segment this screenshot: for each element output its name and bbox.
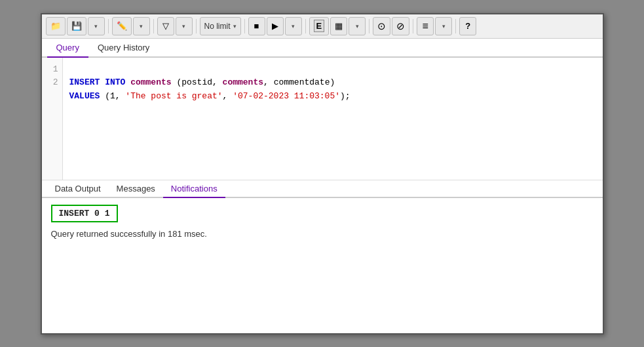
open-file-button[interactable]: 📁	[46, 17, 66, 35]
tab-query[interactable]: Query	[47, 39, 88, 58]
separator-4	[244, 19, 245, 33]
play-icon: ▶	[272, 21, 278, 31]
folder-icon: 📁	[50, 21, 61, 31]
pencil-icon: ✏️	[117, 21, 127, 31]
separator-6	[369, 19, 369, 33]
stop-icon: ■	[254, 21, 259, 31]
filter-icon: ▽	[162, 21, 169, 31]
list-icon: ≡	[423, 20, 428, 32]
stop-button[interactable]: ■	[248, 17, 265, 35]
tab-messages[interactable]: Messages	[109, 180, 163, 198]
code-editor[interactable]: INSERT INTO comments (postid, comments, …	[63, 58, 603, 180]
chevron-down-icon-6: ▾	[356, 23, 359, 30]
chevron-down-icon-4: ▾	[233, 23, 237, 30]
help-icon: ?	[465, 21, 470, 31]
main-window: 📁 💾 ▾ ✏️ ▾ ▽ ▾ No limit ▾ ■	[41, 13, 604, 335]
separator-2	[153, 19, 154, 33]
table-name: comments	[130, 77, 171, 87]
output-tabs-bar: Data Output Messages Notifications	[42, 180, 603, 198]
chevron-down-icon-5: ▾	[292, 23, 295, 30]
line-number-1: 1	[46, 63, 58, 77]
result-box: INSERT 0 1	[51, 205, 118, 222]
chevron-down-icon-7: ▾	[442, 23, 445, 30]
help-button[interactable]: ?	[459, 17, 476, 35]
editor-area: 1 2 INSERT INTO comments (postid, commen…	[42, 58, 603, 180]
save-button[interactable]: 💾	[67, 17, 86, 35]
keyword-insert: INSERT	[69, 77, 100, 87]
run-dropdown-button[interactable]: ▾	[285, 17, 302, 35]
separator-8	[455, 19, 456, 33]
success-message: Query returned successfully in 181 msec.	[51, 229, 594, 239]
chart-dropdown-button[interactable]: ▾	[349, 17, 366, 35]
chart-icon: ▦	[335, 21, 343, 31]
line-number-2: 2	[46, 76, 58, 90]
toolbar: 📁 💾 ▾ ✏️ ▾ ▽ ▾ No limit ▾ ■	[42, 14, 603, 39]
keyword-into: INTO	[105, 77, 125, 87]
commit-icon: ⊙	[377, 20, 386, 32]
run-button[interactable]: ▶	[267, 17, 284, 35]
no-limit-label: No limit	[204, 22, 231, 31]
separator-5	[305, 19, 306, 33]
line-numbers: 1 2	[42, 58, 63, 180]
save-icon: 💾	[71, 21, 82, 31]
columns: (postid, comments, commentdate)	[176, 77, 335, 87]
no-limit-dropdown[interactable]: No limit ▾	[200, 17, 241, 35]
output-area: INSERT 0 1 Query returned successfully i…	[42, 198, 603, 333]
chevron-down-icon-2: ▾	[140, 23, 143, 30]
rollback-icon: ⊘	[396, 20, 405, 32]
explain-icon: E	[314, 20, 325, 32]
tab-query-history[interactable]: Query History	[88, 39, 159, 58]
separator-7	[413, 19, 413, 33]
macro-button[interactable]: ≡	[417, 17, 434, 35]
filter-button[interactable]: ▽	[157, 17, 174, 35]
rollback-button[interactable]: ⊘	[392, 17, 409, 35]
result-text: INSERT 0 1	[59, 209, 110, 218]
separator-3	[196, 19, 197, 33]
keyword-values: VALUES	[69, 91, 100, 101]
explain-button[interactable]: E	[309, 17, 330, 35]
macro-dropdown-button[interactable]: ▾	[435, 17, 452, 35]
separator	[108, 19, 109, 33]
filter-dropdown-button[interactable]: ▾	[176, 17, 193, 35]
tab-data-output[interactable]: Data Output	[47, 180, 109, 198]
query-tabs-bar: Query Query History	[42, 39, 603, 58]
values: (1, 'The post is great', '07-02-2023 11:…	[105, 91, 350, 101]
edit-dropdown-button[interactable]: ▾	[133, 17, 150, 35]
tab-notifications[interactable]: Notifications	[163, 180, 225, 198]
chevron-down-icon-3: ▾	[182, 23, 185, 30]
edit-button[interactable]: ✏️	[112, 17, 132, 35]
chart-button[interactable]: ▦	[330, 17, 347, 35]
chevron-down-icon: ▾	[94, 23, 98, 30]
commit-button[interactable]: ⊙	[373, 17, 390, 35]
save-dropdown-button[interactable]: ▾	[88, 17, 105, 35]
